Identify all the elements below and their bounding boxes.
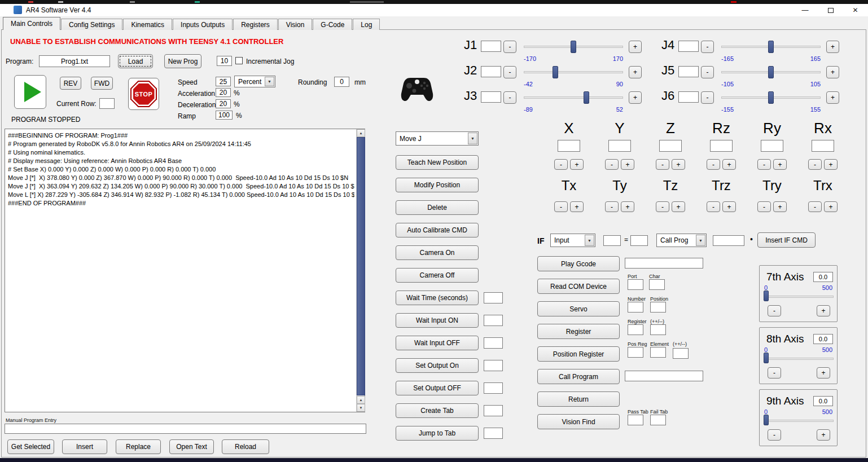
pass-tab-field[interactable]	[628, 415, 643, 425]
chevron-down-icon[interactable]: ▼	[585, 235, 594, 246]
play-gcode-button[interactable]: Play Gcode	[537, 256, 620, 271]
wait-time-button[interactable]: Wait Time (seconds)	[396, 291, 479, 305]
set-output-off-field[interactable]	[484, 382, 503, 394]
fwd-button[interactable]: FWD	[91, 77, 113, 90]
rounding-field[interactable]	[334, 77, 349, 87]
pos-reg-field[interactable]	[628, 347, 643, 358]
j2-plus-button[interactable]: +	[629, 66, 642, 78]
rev-button[interactable]: REV	[60, 77, 81, 90]
j6-value-field[interactable]	[678, 91, 699, 103]
jump-to-tab-button[interactable]: Jump to Tab	[396, 426, 479, 441]
new-prog-button[interactable]: New Prog	[164, 54, 201, 68]
rz-plus-button[interactable]: +	[722, 159, 736, 170]
j6-slider[interactable]	[721, 91, 821, 104]
call-program-button[interactable]: Call Program	[537, 369, 620, 384]
j4-plus-button[interactable]: +	[826, 41, 839, 53]
rz-value-field[interactable]	[710, 140, 733, 152]
try-plus-button[interactable]: +	[773, 201, 787, 212]
j3-slider[interactable]	[524, 91, 623, 104]
if-input-number-field[interactable]	[603, 235, 621, 246]
close-button[interactable]: ✕	[843, 4, 868, 16]
jog-increment-field[interactable]	[217, 56, 232, 66]
chevron-down-icon[interactable]: ▼	[468, 133, 477, 144]
position-register-button[interactable]: Position Register	[537, 346, 620, 362]
if-action-arg-field[interactable]	[713, 235, 744, 246]
wait-input-on-button[interactable]: Wait Input ON	[396, 313, 479, 328]
tx-minus-button[interactable]: -	[554, 201, 568, 212]
axis9-minus-button[interactable]: -	[768, 429, 781, 441]
create-tab-button[interactable]: Create Tab	[396, 403, 479, 418]
axis8-slider[interactable]	[764, 353, 834, 364]
axis8-minus-button[interactable]: -	[768, 367, 781, 379]
tab-registers[interactable]: Registers	[233, 19, 278, 30]
rx-minus-button[interactable]: -	[808, 159, 822, 170]
slider-thumb[interactable]	[764, 291, 769, 301]
register-num-field[interactable]	[628, 324, 643, 335]
register-incdec-field[interactable]	[650, 324, 666, 335]
read-com-device-button[interactable]: Read COM Device	[537, 279, 620, 294]
z-minus-button[interactable]: -	[656, 159, 669, 170]
j2-value-field[interactable]	[481, 66, 501, 77]
speed-field[interactable]	[216, 77, 231, 86]
get-selected-button[interactable]: Get Selected	[7, 439, 54, 454]
slider-thumb[interactable]	[768, 66, 774, 78]
j3-value-field[interactable]	[481, 91, 501, 103]
j5-value-field[interactable]	[678, 66, 699, 77]
z-plus-button[interactable]: +	[672, 159, 685, 170]
set-output-on-field[interactable]	[484, 360, 503, 371]
axis7-value-field[interactable]	[813, 272, 833, 282]
j5-minus-button[interactable]: -	[701, 66, 714, 78]
tab-main-controls[interactable]: Main Controls	[3, 17, 60, 30]
play-gcode-field[interactable]	[625, 258, 703, 269]
manual-entry-field[interactable]	[5, 424, 366, 434]
vision-find-button[interactable]: Vision Find	[537, 414, 620, 429]
j3-plus-button[interactable]: +	[629, 91, 642, 104]
minimize-button[interactable]: —	[792, 4, 818, 16]
wait-input-on-field[interactable]	[484, 315, 503, 326]
z-value-field[interactable]	[659, 140, 682, 152]
scroll-up-icon[interactable]: ▲	[357, 396, 365, 404]
j3-minus-button[interactable]: -	[503, 91, 516, 104]
ry-value-field[interactable]	[761, 140, 783, 152]
tab-log[interactable]: Log	[353, 19, 380, 30]
set-output-on-button[interactable]: Set Output On	[396, 358, 479, 373]
slider-thumb[interactable]	[768, 91, 774, 104]
j4-minus-button[interactable]: -	[701, 41, 714, 53]
set-output-off-button[interactable]: Set Output OFF	[396, 381, 479, 395]
tab-config-settings[interactable]: Config Settings	[61, 19, 122, 30]
scroll-up-icon[interactable]: ▲	[357, 129, 365, 137]
tz-plus-button[interactable]: +	[672, 201, 685, 212]
maximize-button[interactable]	[818, 4, 843, 16]
rz-minus-button[interactable]: -	[707, 159, 720, 170]
axis7-plus-button[interactable]: +	[817, 305, 830, 316]
scroll-thumb[interactable]	[357, 137, 365, 395]
j5-plus-button[interactable]: +	[826, 66, 839, 78]
tab-inputs-outputs[interactable]: Inputs Outputs	[173, 19, 233, 30]
insert-button[interactable]: Insert	[62, 439, 107, 454]
try-minus-button[interactable]: -	[757, 201, 771, 212]
acceleration-field[interactable]	[216, 88, 231, 97]
j5-slider[interactable]	[721, 66, 821, 78]
y-plus-button[interactable]: +	[621, 159, 634, 170]
chevron-down-icon[interactable]: ▼	[265, 77, 274, 86]
if-action-dropdown[interactable]: Call Prog ▼	[656, 234, 707, 247]
slider-thumb[interactable]	[584, 91, 589, 104]
axis9-value-field[interactable]	[813, 396, 833, 406]
ty-minus-button[interactable]: -	[605, 201, 619, 212]
y-minus-button[interactable]: -	[605, 159, 619, 170]
create-tab-field[interactable]	[484, 405, 503, 416]
scroll-down-icon[interactable]: ▼	[357, 404, 365, 412]
slider-thumb[interactable]	[764, 353, 769, 363]
j1-minus-button[interactable]: -	[503, 41, 516, 53]
tz-minus-button[interactable]: -	[656, 201, 669, 212]
camera-off-button[interactable]: Camera Off	[396, 268, 479, 283]
ty-plus-button[interactable]: +	[621, 201, 634, 212]
open-text-button[interactable]: Open Text	[169, 439, 214, 454]
rx-value-field[interactable]	[812, 140, 834, 152]
j6-plus-button[interactable]: +	[826, 91, 839, 104]
j2-minus-button[interactable]: -	[503, 66, 516, 78]
j1-plus-button[interactable]: +	[629, 41, 642, 53]
axis9-slider[interactable]	[764, 415, 834, 426]
y-value-field[interactable]	[608, 140, 631, 152]
char-field[interactable]	[649, 279, 665, 290]
